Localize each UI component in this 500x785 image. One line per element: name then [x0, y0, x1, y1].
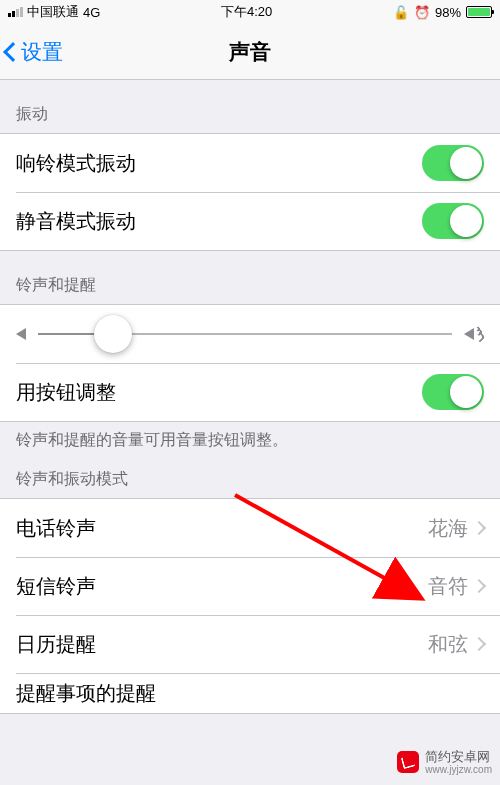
reminder-label: 提醒事项的提醒	[16, 680, 156, 707]
volume-min-icon	[16, 328, 26, 340]
carrier-label: 中国联通	[27, 3, 79, 21]
silent-vibrate-label: 静音模式振动	[16, 208, 136, 235]
texttone-value: 音符	[428, 573, 468, 600]
back-label: 设置	[21, 38, 63, 66]
nav-bar: 设置 声音	[0, 24, 500, 80]
calendar-label: 日历提醒	[16, 631, 96, 658]
ringer-group: 用按钮调整	[0, 304, 500, 422]
status-right: 🔓 ⏰ 98%	[393, 5, 492, 20]
volume-slider-thumb[interactable]	[94, 315, 132, 353]
alarm-icon: ⏰	[414, 5, 430, 20]
chevron-right-icon	[472, 521, 486, 535]
page-title: 声音	[229, 38, 271, 66]
ringtone-label: 电话铃声	[16, 515, 96, 542]
chevron-right-icon	[472, 637, 486, 651]
status-left: 中国联通 4G	[8, 3, 100, 21]
change-with-buttons-switch[interactable]	[422, 374, 484, 410]
silent-vibrate-switch[interactable]	[422, 203, 484, 239]
ring-vibrate-switch[interactable]	[422, 145, 484, 181]
signal-icon	[8, 7, 23, 17]
chevron-left-icon	[3, 42, 23, 62]
calendar-row[interactable]: 日历提醒 和弦	[0, 615, 500, 673]
ring-vibrate-row: 响铃模式振动	[0, 134, 500, 192]
change-with-buttons-row: 用按钮调整	[0, 363, 500, 421]
volume-slider[interactable]	[38, 333, 452, 335]
watermark: 简约安卓网 www.jyjzw.com	[397, 750, 492, 775]
lock-icon: 🔓	[393, 5, 409, 20]
reminder-row[interactable]: 提醒事项的提醒	[0, 673, 500, 713]
watermark-logo-icon	[397, 751, 419, 773]
status-time: 下午4:20	[221, 3, 272, 21]
section-footer-ringer: 铃声和提醒的音量可用音量按钮调整。	[0, 422, 500, 457]
ringtone-row[interactable]: 电话铃声 花海	[0, 499, 500, 557]
watermark-title: 简约安卓网	[425, 750, 492, 764]
ringtone-value: 花海	[428, 515, 468, 542]
texttone-label: 短信铃声	[16, 573, 96, 600]
chevron-right-icon	[472, 579, 486, 593]
watermark-subtitle: www.jyjzw.com	[425, 764, 492, 775]
status-bar: 中国联通 4G 下午4:20 🔓 ⏰ 98%	[0, 0, 500, 24]
section-header-patterns: 铃声和振动模式	[0, 457, 500, 498]
vibrate-group: 响铃模式振动 静音模式振动	[0, 133, 500, 251]
volume-max-icon	[464, 328, 484, 340]
calendar-value: 和弦	[428, 631, 468, 658]
section-header-ringer: 铃声和提醒	[0, 251, 500, 304]
back-button[interactable]: 设置	[6, 38, 63, 66]
section-header-vibrate: 振动	[0, 80, 500, 133]
silent-vibrate-row: 静音模式振动	[0, 192, 500, 250]
volume-slider-row	[0, 305, 500, 363]
patterns-group: 电话铃声 花海 短信铃声 音符 日历提醒 和弦 提醒事项的提醒	[0, 498, 500, 714]
change-with-buttons-label: 用按钮调整	[16, 379, 116, 406]
texttone-row[interactable]: 短信铃声 音符	[0, 557, 500, 615]
battery-pct: 98%	[435, 5, 461, 20]
ring-vibrate-label: 响铃模式振动	[16, 150, 136, 177]
network-label: 4G	[83, 5, 100, 20]
battery-icon	[466, 6, 492, 18]
